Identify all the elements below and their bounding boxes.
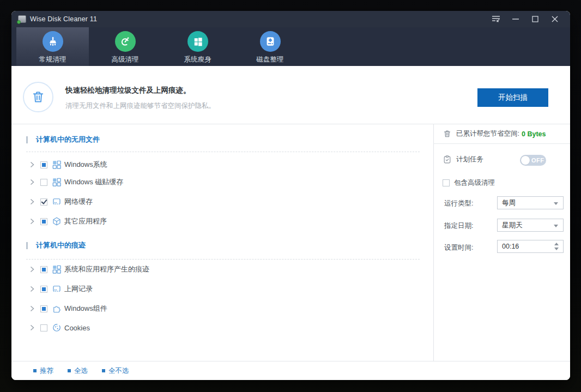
spin-up-icon[interactable] — [554, 243, 559, 245]
trash-badge-icon — [23, 82, 53, 112]
chevron-right-icon[interactable] — [29, 305, 35, 312]
bullet-icon — [102, 369, 105, 372]
time-spinner[interactable]: 00:16 — [497, 240, 564, 253]
tab-advanced-clean[interactable]: 高级清理 — [89, 27, 161, 66]
heading-bar — [26, 242, 28, 249]
chevron-right-icon[interactable] — [29, 324, 35, 331]
time-label: 设置时间: — [444, 243, 473, 252]
tab-label: 系统瘦身 — [184, 55, 211, 64]
disk-icon — [260, 31, 281, 52]
checkbox-unchecked[interactable] — [40, 179, 47, 186]
app-window: Wise Disk Cleaner 11 — [11, 11, 570, 380]
section-heading-junk-files: 计算机中的无用文件 — [26, 134, 100, 145]
trash-icon — [443, 129, 452, 138]
close-icon[interactable] — [545, 11, 565, 27]
list-item[interactable]: 网络缓存 — [29, 196, 93, 207]
checkbox-unchecked[interactable] — [443, 179, 450, 186]
tab-system-slim[interactable]: 系统瘦身 — [161, 27, 234, 66]
browser-cache-icon — [52, 284, 62, 294]
chevron-right-icon[interactable] — [29, 218, 35, 225]
header-subtitle: 清理无用文件和上网痕迹能够节省空间保护隐私。 — [65, 101, 215, 111]
broom-icon — [43, 31, 63, 52]
list-item[interactable]: 其它应用程序 — [29, 216, 107, 227]
list-item[interactable]: Windows系统 — [29, 159, 107, 170]
window-title: Wise Disk Cleaner 11 — [30, 15, 97, 23]
chevron-right-icon[interactable] — [29, 266, 35, 273]
toggle-knob — [521, 156, 530, 165]
start-scan-button[interactable]: 开始扫描 — [477, 88, 548, 107]
tab-label: 磁盘整理 — [257, 55, 284, 64]
checkbox-indeterminate[interactable] — [40, 286, 47, 293]
menu-icon[interactable] — [486, 11, 506, 27]
saved-space-label: 已累计帮您节省空间: — [456, 129, 519, 138]
windows-tiles-icon — [52, 177, 62, 187]
bullet-icon — [68, 369, 71, 372]
chevron-right-icon[interactable] — [29, 198, 35, 206]
chevron-right-icon[interactable] — [29, 178, 35, 186]
checkbox-indeterminate[interactable] — [40, 161, 47, 168]
select-all-link[interactable]: 全选 — [68, 366, 88, 376]
chevron-down-icon — [554, 225, 558, 227]
windows-tiles-icon — [52, 264, 62, 274]
section-separator — [26, 152, 420, 152]
saved-space-value: 0 Bytes — [522, 130, 546, 138]
tab-common-clean[interactable]: 常规清理 — [16, 27, 89, 66]
chevron-right-icon[interactable] — [29, 285, 35, 293]
panel-divider — [433, 124, 434, 361]
schedule-toggle[interactable]: OFF — [520, 155, 546, 166]
schedule-row: 计划任务 — [443, 155, 483, 164]
checkbox-indeterminate[interactable] — [40, 305, 47, 312]
recommend-link[interactable]: 推荐 — [33, 366, 53, 376]
spin-down-icon[interactable] — [554, 248, 559, 250]
footer-bar: 推荐 全选 全不选 — [11, 361, 570, 380]
list-item[interactable]: 上网记录 — [29, 284, 93, 294]
bullet-icon — [33, 369, 37, 372]
checkbox-unchecked[interactable] — [40, 324, 47, 331]
right-panel-divider — [433, 143, 570, 144]
app-logo-icon — [18, 15, 26, 23]
select-none-link[interactable]: 全不选 — [102, 366, 129, 376]
list-item[interactable]: Windows组件 — [29, 303, 107, 314]
toggle-state: OFF — [531, 157, 544, 164]
chevron-down-icon — [554, 202, 558, 205]
window-controls — [486, 11, 565, 27]
checkbox-checked[interactable] — [40, 198, 47, 206]
list-item[interactable]: Cookies — [29, 322, 90, 333]
puzzle-icon — [52, 304, 62, 313]
main-nav: 常规清理 高级清理 系统瘦身 — [11, 27, 570, 66]
gauge-icon — [115, 31, 136, 52]
list-item[interactable]: Windows 磁贴缓存 — [29, 177, 123, 188]
minimize-icon[interactable] — [506, 11, 525, 27]
browser-cache-icon — [52, 197, 62, 207]
checkbox-indeterminate[interactable] — [40, 266, 47, 273]
tab-disk-defrag[interactable]: 磁盘整理 — [234, 27, 306, 66]
day-value: 星期天 — [502, 221, 523, 230]
run-type-select[interactable]: 每周 — [497, 196, 564, 209]
section-heading-traces: 计算机中的痕迹 — [26, 240, 86, 251]
cookie-icon — [52, 323, 62, 333]
clipboard-check-icon — [443, 155, 452, 164]
maximize-icon[interactable] — [525, 11, 545, 27]
schedule-label: 计划任务 — [456, 155, 483, 164]
day-label: 指定日期: — [444, 221, 473, 231]
checkbox-indeterminate[interactable] — [40, 218, 47, 225]
header-title: 快速轻松地清理垃圾文件及上网痕迹。 — [65, 86, 191, 95]
list-item[interactable]: 系统和应用程序产生的痕迹 — [29, 264, 149, 275]
saved-space-row: 已累计帮您节省空间: 0 Bytes — [443, 129, 546, 138]
day-select[interactable]: 星期天 — [497, 219, 564, 232]
run-type-value: 每周 — [502, 198, 516, 208]
heading-bar — [26, 136, 28, 143]
windows-icon — [187, 31, 208, 52]
tab-label: 高级清理 — [112, 55, 139, 64]
section-separator — [26, 259, 420, 260]
cube-icon — [52, 216, 62, 226]
time-value: 00:16 — [502, 243, 519, 250]
tab-label: 常规清理 — [39, 55, 66, 64]
title-bar[interactable]: Wise Disk Cleaner 11 — [11, 11, 570, 27]
windows-tiles-icon — [52, 160, 62, 170]
chevron-right-icon[interactable] — [29, 161, 35, 168]
run-type-label: 运行类型: — [444, 199, 473, 208]
advanced-clean-label: 包含高级清理 — [454, 178, 495, 188]
advanced-clean-row[interactable]: 包含高级清理 — [443, 178, 495, 188]
